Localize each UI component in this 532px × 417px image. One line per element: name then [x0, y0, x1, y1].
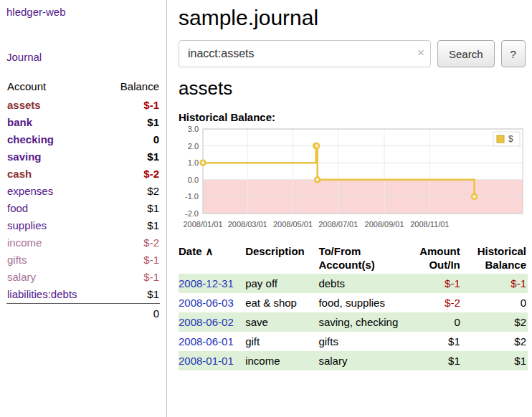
account-balance: $2 [105, 183, 160, 200]
account-link-checking[interactable]: checking [7, 133, 54, 145]
transaction-accounts: salary [318, 351, 402, 370]
account-row: assets $-1 [6, 97, 160, 114]
account-row: checking 0 [6, 131, 160, 148]
accounts-total-row: 0 [6, 304, 160, 323]
accounts-header-balance: Balance [105, 77, 160, 97]
account-link-supplies[interactable]: supplies [7, 219, 47, 231]
transaction-date-link[interactable]: 2008-06-03 [179, 297, 234, 309]
account-balance: 0 [105, 131, 160, 148]
svg-text:-1.0: -1.0 [185, 192, 199, 201]
account-row: salary $-1 [6, 269, 160, 286]
register-header-description: Description [245, 242, 318, 274]
transaction-description: pay off [245, 274, 318, 293]
transaction-row: 2008-06-01 gift gifts $1 $2 [179, 332, 528, 351]
svg-text:1.0: 1.0 [188, 158, 199, 167]
transaction-description: income [245, 351, 318, 370]
transaction-date-link[interactable]: 2008-06-01 [179, 335, 234, 348]
transaction-description: save [245, 312, 318, 332]
account-link-gifts[interactable]: gifts [7, 254, 27, 266]
transaction-balance: $1 [462, 351, 528, 370]
app-title-link[interactable]: hledger-web [6, 6, 160, 18]
account-balance: $-2 [105, 166, 160, 183]
register-header-balance: Historical Balance [462, 242, 528, 274]
chart-svg: 2008/01/012008/03/012008/05/012008/07/01… [179, 126, 527, 234]
transaction-amount: $-2 [403, 293, 462, 312]
search-form: × Search ? [179, 40, 528, 67]
transaction-accounts: food, supplies [318, 293, 402, 312]
transaction-date-link[interactable]: 2008-01-01 [179, 355, 234, 367]
help-button[interactable]: ? [501, 40, 526, 67]
register-header-accounts: To/From Account(s) [318, 242, 402, 274]
account-balance: $-2 [105, 234, 160, 251]
hledger-web-app: hledger-web Journal Account Balance asse… [0, 0, 532, 417]
svg-text:2008/05/01: 2008/05/01 [273, 220, 313, 229]
account-balance: $1 [105, 200, 160, 217]
account-row: supplies $1 [6, 217, 160, 234]
svg-text:2008/07/01: 2008/07/01 [318, 220, 358, 229]
account-link-cash[interactable]: cash [7, 168, 32, 180]
account-link-bank[interactable]: bank [7, 116, 32, 128]
account-row: bank $1 [6, 114, 160, 131]
search-field-wrapper: × [179, 40, 431, 67]
historical-balance-chart: 2008/01/012008/03/012008/05/012008/07/01… [179, 126, 528, 234]
svg-text:2008/11/01: 2008/11/01 [410, 220, 449, 229]
account-link-expenses[interactable]: expenses [7, 185, 53, 197]
transaction-balance: $-1 [462, 274, 528, 293]
transaction-amount: 0 [403, 312, 462, 332]
transaction-amount: $1 [403, 351, 462, 370]
transaction-row: 2008-12-31 pay off debts $-1 $-1 [179, 274, 528, 293]
account-link-salary[interactable]: salary [7, 271, 36, 283]
register-header-amount: Amount Out/In [403, 242, 462, 274]
svg-text:2008/09/01: 2008/09/01 [365, 220, 404, 229]
svg-text:3.0: 3.0 [188, 126, 199, 133]
main-content: sample.journal × Search ? assets Histori… [167, 0, 532, 417]
account-link-food[interactable]: food [7, 202, 28, 214]
transaction-balance: $2 [462, 332, 528, 351]
svg-text:2.0: 2.0 [188, 142, 199, 150]
svg-text:2008/03/01: 2008/03/01 [228, 220, 267, 229]
accounts-header-row: Account Balance [6, 77, 160, 97]
chart-title: Historical Balance: [179, 111, 528, 123]
transaction-description: gift [245, 332, 318, 351]
accounts-header-account: Account [6, 77, 105, 97]
clear-search-icon[interactable]: × [417, 46, 424, 60]
search-input[interactable] [179, 40, 431, 67]
transaction-amount: $1 [403, 332, 462, 351]
accounts-total-balance: 0 [105, 304, 160, 323]
account-link-income[interactable]: income [7, 236, 42, 249]
sidebar: hledger-web Journal Account Balance asse… [0, 0, 167, 417]
transaction-accounts: saving, checking [318, 312, 402, 332]
register-header-row: Date∧ Description To/From Account(s) Amo… [179, 242, 528, 274]
register-header-date[interactable]: Date∧ [179, 242, 245, 274]
transaction-row: 2008-06-03 eat & shop food, supplies $-2… [179, 293, 528, 312]
transaction-date-link[interactable]: 2008-12-31 [179, 277, 234, 289]
transaction-row: 2008-01-01 income salary $1 $1 [179, 351, 528, 370]
account-link-saving[interactable]: saving [7, 150, 42, 163]
svg-text:-2.0: -2.0 [185, 209, 199, 218]
account-row: income $-2 [6, 234, 160, 251]
account-row: cash $-2 [6, 166, 160, 183]
account-balance: $-1 [105, 269, 160, 286]
account-row: gifts $-1 [6, 251, 160, 269]
journal-link[interactable]: Journal [6, 51, 160, 63]
account-heading: assets [179, 77, 528, 100]
sort-ascending-icon: ∧ [206, 245, 214, 257]
svg-text:$: $ [508, 134, 513, 144]
search-button[interactable]: Search [437, 40, 495, 67]
transaction-balance: 0 [462, 293, 528, 312]
account-link-assets[interactable]: assets [7, 99, 41, 111]
svg-text:2008/01/01: 2008/01/01 [183, 220, 222, 229]
accounts-table: Account Balance assets $-1 bank $1 check… [6, 77, 160, 322]
transaction-accounts: debts [318, 274, 402, 293]
account-row: saving $1 [6, 148, 160, 166]
account-balance: $1 [105, 217, 160, 234]
account-link-liabilities-debts[interactable]: liabilities:debts [7, 288, 77, 300]
account-row: liabilities:debts $1 [6, 286, 160, 304]
account-balance: $-1 [105, 97, 160, 114]
register-table: Date∧ Description To/From Account(s) Amo… [179, 242, 528, 370]
svg-text:0.0: 0.0 [188, 176, 199, 184]
transaction-balance: $2 [462, 312, 528, 332]
transaction-row: 2008-06-02 save saving, checking 0 $2 [179, 312, 528, 332]
account-balance: $1 [105, 114, 160, 131]
transaction-date-link[interactable]: 2008-06-02 [179, 316, 234, 328]
